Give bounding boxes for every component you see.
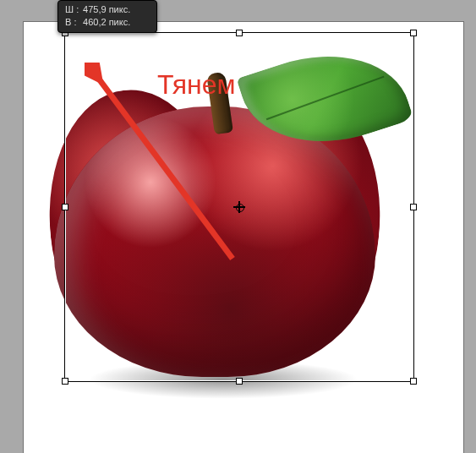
transform-dimensions-tooltip: Ш : 475,9 пикс. В : 460,2 пикс. (57, 0, 157, 33)
transform-handle-bottom-middle[interactable] (236, 378, 243, 385)
document-canvas[interactable]: Тянем (24, 22, 463, 453)
tooltip-height-key: В : (65, 16, 80, 29)
editor-viewport: Тянем Ш : 475,9 пикс. В : 460,2 пикс. (0, 0, 476, 453)
tooltip-width-value: 475,9 пикс. (83, 4, 130, 14)
tooltip-width-key: Ш : (65, 3, 80, 16)
tooltip-height-value: 460,2 пикс. (83, 17, 130, 27)
free-transform-bounding-box[interactable] (64, 32, 414, 382)
transform-handle-bottom-left[interactable] (62, 378, 68, 385)
transform-handle-top-right[interactable] (410, 30, 417, 36)
transform-handle-top-middle[interactable] (236, 30, 243, 36)
transform-handle-middle-left[interactable] (62, 204, 68, 210)
transform-center-marker[interactable] (233, 201, 245, 213)
transform-handle-middle-right[interactable] (410, 204, 417, 210)
transform-handle-bottom-right[interactable] (410, 378, 417, 385)
